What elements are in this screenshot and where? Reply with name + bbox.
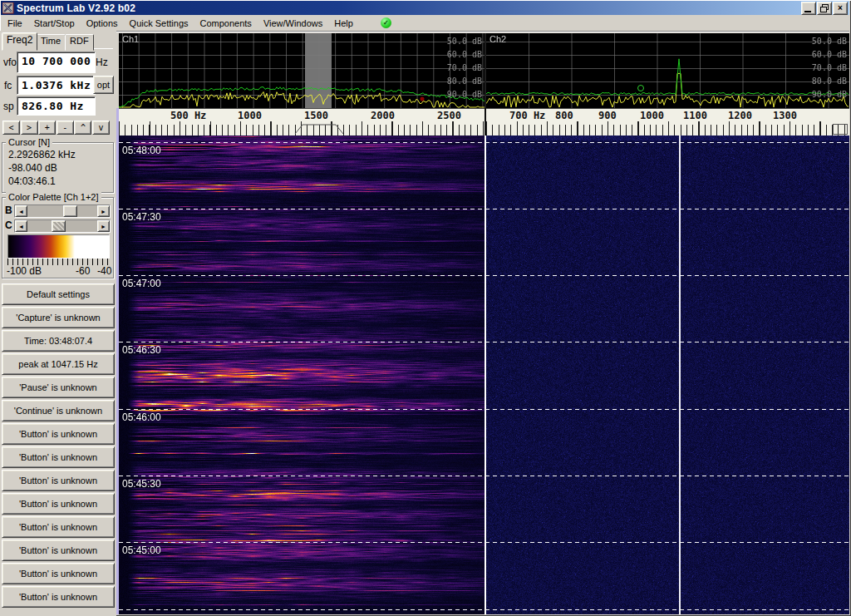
ch2-marker-box (833, 124, 848, 135)
db-axis-label: 90.0 dB (447, 90, 482, 99)
time-label: 05:47:30 (122, 211, 161, 223)
freq-tick-label: 1100 (683, 110, 707, 121)
continue-button[interactable]: 'Continue' is unknown (2, 400, 115, 421)
custom-button-6[interactable]: 'Button' is unknown (2, 540, 115, 561)
palette-gradient-bar[interactable] (7, 234, 110, 259)
tabstrip: Freq2TimeRDF (2, 32, 113, 49)
freq-tick-label: 2000 (371, 110, 395, 121)
pause-button[interactable]: 'Pause' is unknown (2, 377, 115, 398)
menu-item-components[interactable]: Components (194, 17, 258, 30)
custom-button-2[interactable]: 'Button' is unknown (2, 446, 115, 468)
custom-button-1[interactable]: 'Button' is unknown (2, 423, 115, 445)
channel-separator-ruler (485, 108, 486, 136)
cursor-frequency: 2.2926862 kHz (8, 149, 76, 160)
vfo-unit-label: Hz (96, 57, 108, 68)
capture-button[interactable]: 'Capture' is unknown (2, 307, 115, 328)
time-gridline (119, 275, 849, 276)
tab-time[interactable]: Time (36, 34, 66, 51)
waterfall-left-edge (116, 108, 119, 614)
titlebar[interactable]: Spectrum Lab V2.92 b02 × (1, 1, 849, 15)
nav-button-row: <>+-^v (0, 121, 116, 134)
step-left-button[interactable]: < (2, 121, 20, 135)
menu-item-view-windows[interactable]: View/Windows (258, 17, 328, 30)
sp-input[interactable]: 826.80 Hz (17, 96, 96, 116)
db-axis-label: 50.0 dB (447, 37, 482, 46)
cursor-groupbox: Cursor [N] 2.2926862 kHz -98.040 dB 04:0… (2, 142, 114, 193)
step-right-button[interactable]: > (21, 121, 38, 135)
window-controls: × (801, 2, 849, 15)
custom-button-3[interactable]: 'Button' is unknown (2, 470, 115, 491)
freq-tick-label: 800 (555, 110, 573, 121)
time-gridline (119, 476, 849, 476)
fc-input[interactable]: 1.0376 kHz (17, 76, 96, 95)
db-axis-label: 80.0 dB (812, 76, 847, 86)
palette-scale-ticks (7, 259, 108, 265)
fc-label: fc (4, 80, 12, 91)
app-icon[interactable] (2, 2, 14, 14)
contrast-scrollbar[interactable]: ◄► (14, 219, 111, 233)
zoom-out-button[interactable]: - (57, 121, 74, 135)
window-title: Spectrum Lab V2.92 b02 (17, 2, 135, 14)
brightness-scrollbar[interactable]: ◄► (14, 205, 111, 218)
db-axis-label: 60.0 dB (447, 50, 482, 59)
status-led-icon: ✓ (381, 17, 391, 28)
ch1-frequency-ruler[interactable]: 500 Hz1000150020002500 (119, 108, 485, 136)
time-gridline (119, 142, 849, 143)
ch1-band-bracket (294, 122, 344, 135)
db-axis-label: 70.0 dB (447, 63, 482, 72)
palette-group-title: Color Palette [Ch 1+2] (6, 192, 101, 202)
spectrum-ch1-canvas[interactable] (119, 33, 485, 108)
spectrum-ch2-canvas[interactable] (486, 33, 849, 108)
custom-button-4[interactable]: 'Button' is unknown (2, 493, 115, 515)
scroll-left-arrow-icon[interactable]: ◄ (15, 220, 27, 232)
restore-button[interactable] (817, 2, 832, 15)
time-gridline (119, 209, 849, 209)
scroll-left-arrow-icon[interactable]: ◄ (15, 205, 27, 217)
close-button[interactable]: × (833, 2, 848, 15)
custom-button-7[interactable]: 'Button' is unknown (2, 563, 115, 584)
spectrum-ch2-panel[interactable]: Ch2 50.0 dB60.0 dB70.0 dB80.0 dB90.0 dB (486, 33, 849, 108)
sidebar: Freq2TimeRDF vfo 10 700 000 Hz fc 1.0376… (0, 31, 116, 616)
sp-label: sp (3, 101, 14, 112)
vfo-input[interactable]: 10 700 000 (17, 52, 96, 73)
app-window: Spectrum Lab V2.92 b02 × FileStart/StopO… (0, 0, 851, 616)
tab-freq2[interactable]: Freq2 (2, 32, 37, 51)
cursor-group-title: Cursor [N] (6, 137, 52, 147)
menu-item-help[interactable]: Help (328, 17, 359, 30)
zoom-in-button[interactable]: + (38, 121, 56, 135)
menu-item-quick-settings[interactable]: Quick Settings (124, 17, 194, 30)
palette-scale-max: -40 (97, 265, 111, 277)
default-settings-button[interactable]: Default settings (2, 283, 115, 305)
custom-button-5[interactable]: 'Button' is unknown (2, 516, 115, 538)
restore-icon (820, 4, 828, 12)
scroll-thumb[interactable] (52, 220, 66, 232)
channel-separator-spectrum (485, 33, 486, 108)
shift-up-button[interactable]: ^ (74, 121, 91, 135)
menu-item-file[interactable]: File (1, 17, 28, 30)
menu-item-options[interactable]: Options (81, 17, 124, 30)
freq-tick-label: 700 Hz (509, 110, 545, 121)
palette-scale-min: -100 dB (7, 265, 42, 277)
scroll-thumb[interactable] (63, 205, 77, 217)
custom-button-8[interactable]: 'Button' is unknown (2, 586, 115, 608)
time-gridline (119, 409, 849, 410)
minimize-button[interactable] (801, 2, 816, 15)
menubar: FileStart/StopOptionsQuick SettingsCompo… (1, 15, 849, 32)
freq-tick-label: 1300 (773, 110, 797, 121)
shift-down-button[interactable]: v (92, 121, 110, 135)
time-display-button[interactable]: Time: 03:48:07.4 (2, 330, 115, 352)
scroll-right-arrow-icon[interactable]: ► (97, 220, 110, 232)
ch2-frequency-ruler[interactable]: 700 Hz8009001000110012001300 (486, 108, 849, 136)
close-icon: × (838, 4, 843, 12)
freq-tick-label: 900 (598, 110, 617, 121)
peak-display-button[interactable]: peak at 1047.15 Hz (2, 353, 115, 375)
spectrum-ch1-panel[interactable]: Ch1 50.0 dB60.0 dB70.0 dB80.0 dB90.0 dB (119, 33, 485, 108)
tab-rdf[interactable]: RDF (65, 34, 94, 51)
menu-item-start-stop[interactable]: Start/Stop (28, 17, 81, 30)
time-label: 05:45:30 (122, 478, 161, 490)
db-axis-label: 70.0 dB (812, 63, 847, 72)
contrast-label: C (5, 219, 12, 231)
scroll-right-arrow-icon[interactable]: ► (97, 205, 110, 217)
time-gridline (119, 609, 849, 610)
options-opt-button[interactable]: opt (93, 76, 114, 94)
